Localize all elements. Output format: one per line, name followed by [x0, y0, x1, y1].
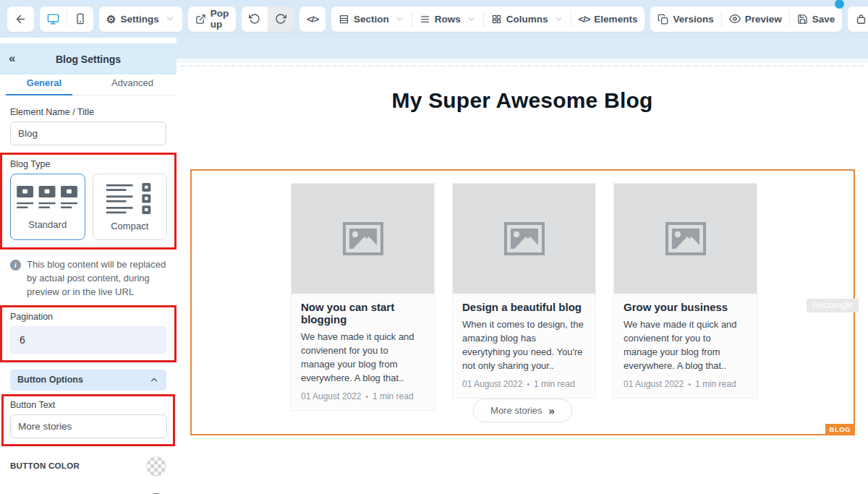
redo-icon [275, 13, 286, 25]
blog-element-badge: BLOG [825, 424, 855, 435]
settings-button[interactable]: ⚙ Settings [99, 7, 182, 32]
chevron-up-icon [149, 375, 159, 385]
blog-type-compact-option[interactable]: Compact [93, 174, 168, 240]
blog-type-standard-label: Standard [28, 219, 67, 230]
code-icon: </> [579, 14, 590, 25]
blog-post-card[interactable]: Now you can start blogging We have made … [291, 183, 435, 411]
mobile-view-button[interactable] [67, 7, 93, 32]
button-text-color-label: BUTTON TEXT COLOR [10, 491, 97, 494]
image-placeholder-icon [665, 222, 706, 255]
tab-advanced[interactable]: Advanced [88, 74, 176, 95]
desktop-view-button[interactable] [40, 7, 67, 32]
chevron-down-icon [467, 14, 476, 24]
notification-dot [835, 0, 844, 9]
blog-settings-panel: « Blog Settings General Advanced Element… [0, 38, 176, 494]
info-note: i This blog content will be replaced by … [10, 258, 166, 299]
post-title: Grow your business [624, 301, 747, 313]
section-button[interactable]: Section [331, 7, 412, 32]
button-color-row: BUTTON COLOR [10, 456, 166, 477]
editor-canvas: My Super Awesome Blog Now you can start … [176, 38, 868, 494]
monitor-icon [47, 13, 59, 25]
settings-label: Settings [120, 14, 158, 25]
blog-type-label: Blog Type [10, 159, 167, 169]
bag-icon [855, 13, 867, 25]
versions-button[interactable]: Versions [650, 7, 720, 32]
preview-button[interactable]: Preview [722, 7, 789, 32]
section-icon [339, 14, 349, 25]
versions-label: Versions [673, 14, 713, 25]
rows-icon [420, 14, 430, 25]
section-label: Section [354, 14, 389, 25]
post-title: Now you can start blogging [301, 301, 425, 325]
versions-icon [658, 14, 668, 25]
more-stories-label: More stories [490, 405, 542, 416]
blog-post-card[interactable]: Grow your business We have made it quick… [613, 183, 757, 399]
double-chevron-right-icon: » [549, 404, 555, 417]
upgrade-bag-button[interactable] [848, 7, 868, 32]
smartphone-icon [75, 13, 86, 25]
button-text-input[interactable] [10, 414, 167, 438]
more-stories-button[interactable]: More stories » [472, 399, 573, 422]
annotation-box-blog-type: Blog Type Standard [0, 153, 176, 250]
compact-layout-icon [106, 183, 153, 215]
pagination-input[interactable] [10, 326, 166, 354]
rows-button[interactable]: Rows [412, 7, 483, 32]
redo-button[interactable] [268, 7, 294, 32]
blog-type-standard-option[interactable]: Standard [10, 174, 85, 240]
chevron-down-icon [395, 14, 404, 24]
custom-code-button[interactable]: </> [299, 7, 326, 32]
post-body: Grow your business We have made it quick… [614, 294, 757, 398]
save-label: Save [812, 14, 835, 25]
button-color-swatch[interactable] [146, 456, 166, 477]
insert-group: Section Rows Columns < [331, 7, 644, 32]
eye-icon [729, 13, 741, 25]
undo-button[interactable] [242, 7, 268, 32]
blog-type-compact-label: Compact [111, 221, 148, 231]
blog-type-options: Standard Compact [10, 174, 167, 240]
blog-post-card[interactable]: Design a beautiful blog When it comes to… [452, 183, 596, 399]
post-date: 01 August 2022 [462, 379, 522, 389]
save-button[interactable]: Save [790, 7, 843, 32]
arrow-left-icon [14, 13, 27, 25]
save-icon [797, 14, 808, 25]
post-body: Now you can start blogging We have made … [292, 294, 434, 410]
post-image-placeholder [292, 184, 434, 294]
collapse-panel-icon[interactable]: « [9, 51, 15, 66]
post-image-placeholder [453, 184, 595, 294]
post-title: Design a beautiful blog [462, 301, 586, 313]
chevron-down-icon [554, 14, 563, 24]
page-title[interactable]: My Super Awesome Blog [176, 88, 868, 113]
button-options-label: Button Options [17, 375, 83, 385]
elements-label: Elements [594, 14, 637, 25]
popup-button[interactable]: Pop up [188, 7, 237, 32]
info-icon: i [10, 260, 21, 271]
rows-label: Rows [435, 14, 461, 25]
info-note-text: This blog content will be replaced by ac… [27, 258, 166, 299]
columns-icon [491, 14, 502, 25]
button-color-label: BUTTON COLOR [10, 460, 80, 472]
external-link-icon [195, 14, 206, 25]
element-name-input[interactable] [10, 122, 166, 145]
popup-label: Pop up [210, 8, 229, 30]
canvas-top-band [176, 38, 868, 59]
button-options-header[interactable]: Button Options [10, 370, 166, 391]
back-button[interactable] [7, 7, 34, 32]
post-read-time: 1 min read [373, 391, 414, 401]
post-excerpt: We have made it quick and convienent for… [624, 318, 747, 372]
tab-general[interactable]: General [0, 74, 88, 95]
post-meta: 01 August 2022 • 1 min read [301, 391, 425, 401]
element-name-label: Element Name / Title [10, 107, 166, 117]
undo-redo-group [242, 7, 294, 32]
post-read-time: 1 min read [695, 379, 736, 389]
post-date: 01 August 2022 [301, 391, 361, 401]
blog-section-selected[interactable]: Now you can start blogging We have made … [190, 169, 855, 435]
rectangle-hover-badge: Rectangle [807, 299, 859, 312]
post-meta: 01 August 2022 • 1 min read [624, 379, 747, 389]
post-excerpt: We have made it quick and convienent for… [301, 331, 425, 385]
post-body: Design a beautiful blog When it comes to… [453, 294, 595, 398]
post-meta: 01 August 2022 • 1 min read [462, 379, 586, 389]
post-image-placeholder [614, 184, 757, 294]
elements-button[interactable]: </> Elements [571, 7, 645, 32]
panel-tabs: General Advanced [0, 74, 176, 95]
columns-button[interactable]: Columns [484, 7, 571, 32]
